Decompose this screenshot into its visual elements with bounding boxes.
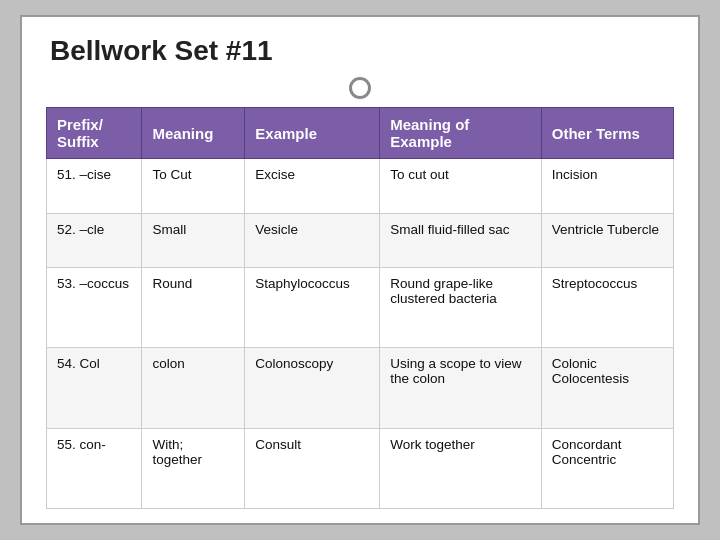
header-prefix: Prefix/ Suffix xyxy=(47,108,142,159)
cell-4-meaning: With; together xyxy=(142,428,245,508)
cell-4-example: Consult xyxy=(245,428,380,508)
slide-title: Bellwork Set #11 xyxy=(46,35,674,67)
cell-2-other_terms: Streptococcus xyxy=(541,268,673,348)
header-meaning: Meaning xyxy=(142,108,245,159)
cell-1-meaning: Small xyxy=(142,213,245,268)
cell-1-other_terms: Ventricle Tubercle xyxy=(541,213,673,268)
cell-4-other_terms: Concordant Concentric xyxy=(541,428,673,508)
main-table: Prefix/ Suffix Meaning Example Meaning o… xyxy=(46,107,674,509)
table-row: 55. con-With; togetherConsultWork togeth… xyxy=(47,428,674,508)
title-divider xyxy=(46,77,674,99)
header-other-terms: Other Terms xyxy=(541,108,673,159)
table-row: 54. ColcolonColonoscopyUsing a scope to … xyxy=(47,348,674,428)
header-meaning-example: Meaning of Example xyxy=(380,108,542,159)
cell-3-other_terms: Colonic Colocentesis xyxy=(541,348,673,428)
cell-0-meaning_example: To cut out xyxy=(380,159,542,214)
cell-4-prefix: 55. con- xyxy=(47,428,142,508)
table-row: 51. –ciseTo CutExciseTo cut outIncision xyxy=(47,159,674,214)
cell-3-meaning: colon xyxy=(142,348,245,428)
table-row: 52. –cleSmallVesicleSmall fluid-filled s… xyxy=(47,213,674,268)
cell-2-meaning_example: Round grape-like clustered bacteria xyxy=(380,268,542,348)
cell-4-meaning_example: Work together xyxy=(380,428,542,508)
cell-3-meaning_example: Using a scope to view the colon xyxy=(380,348,542,428)
cell-2-meaning: Round xyxy=(142,268,245,348)
cell-1-prefix: 52. –cle xyxy=(47,213,142,268)
cell-0-example: Excise xyxy=(245,159,380,214)
cell-1-meaning_example: Small fluid-filled sac xyxy=(380,213,542,268)
cell-3-prefix: 54. Col xyxy=(47,348,142,428)
slide: Bellwork Set #11 Prefix/ Suffix Meaning … xyxy=(20,15,700,525)
cell-3-example: Colonoscopy xyxy=(245,348,380,428)
cell-0-other_terms: Incision xyxy=(541,159,673,214)
divider-circle xyxy=(349,77,371,99)
table-header-row: Prefix/ Suffix Meaning Example Meaning o… xyxy=(47,108,674,159)
cell-1-example: Vesicle xyxy=(245,213,380,268)
cell-2-prefix: 53. –coccus xyxy=(47,268,142,348)
cell-2-example: Staphylococcus xyxy=(245,268,380,348)
cell-0-meaning: To Cut xyxy=(142,159,245,214)
cell-0-prefix: 51. –cise xyxy=(47,159,142,214)
table-row: 53. –coccusRoundStaphylococcusRound grap… xyxy=(47,268,674,348)
header-example: Example xyxy=(245,108,380,159)
